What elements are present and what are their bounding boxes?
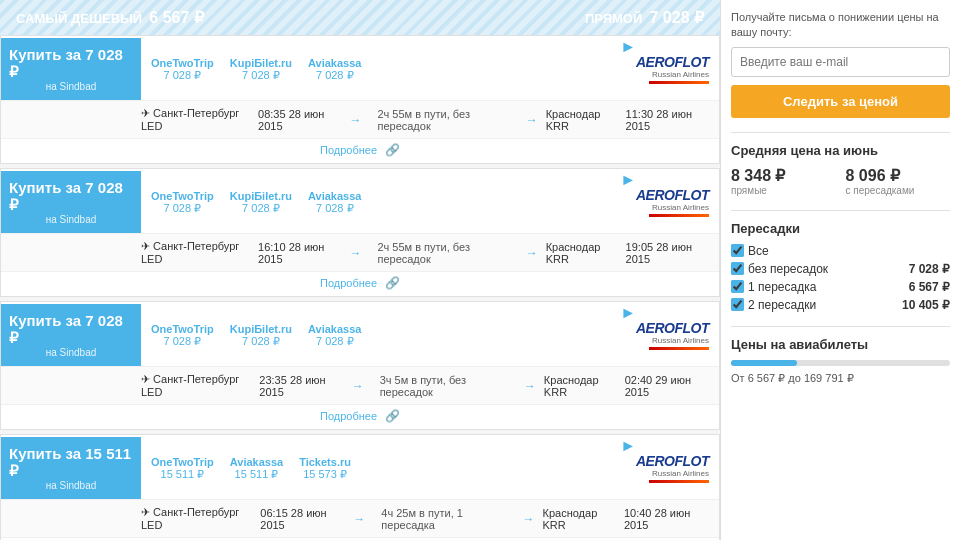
provider-price: 7 028 ₽ — [242, 202, 280, 215]
buy-button-0[interactable]: Купить за 7 028 ₽ на Sindbad — [1, 38, 141, 100]
to-time-2: 02:40 29 июн 2015 — [625, 374, 709, 398]
buy-button-3[interactable]: Купить за 15 511 ₽ на Sindbad — [1, 437, 141, 499]
provider-price: 7 028 ₽ — [316, 202, 354, 215]
checkbox-2-price: 10 405 ₽ — [902, 298, 950, 312]
buy-price-2: Купить за 7 028 ₽ — [9, 312, 133, 347]
details-link-2[interactable]: Подробнее — [320, 410, 377, 422]
buy-button-2[interactable]: Купить за 7 028 ₽ на Sindbad — [1, 304, 141, 366]
transfers-section: Пересадки Все без пересадок 7 028 ₽ 1 пе… — [731, 221, 950, 312]
aeroflot-logo-1: AEROFLOT Russian Airlines — [636, 187, 709, 217]
email-input[interactable] — [731, 47, 950, 77]
airline-logo-2: AEROFLOT Russian Airlines — [636, 304, 719, 366]
checkbox-none-item: без пересадок 7 028 ₽ — [731, 262, 950, 276]
buy-price-3: Купить за 15 511 ₽ — [9, 445, 133, 480]
details-row-2: Подробнее 🔗 — [1, 404, 719, 427]
provider-price: 7 028 ₽ — [164, 69, 202, 82]
buy-button-1[interactable]: Купить за 7 028 ₽ на Sindbad — [1, 171, 141, 233]
provider-item: OneTwoTrip 7 028 ₽ — [151, 57, 214, 82]
provider-price: 7 028 ₽ — [316, 335, 354, 348]
to-city-2: Краснодар KRR — [544, 374, 617, 398]
sindbad-label-0: на Sindbad — [46, 81, 97, 92]
provider-price: 15 511 ₽ — [235, 468, 279, 481]
to-city-3: Краснодар KRR — [543, 507, 616, 531]
checkbox-1[interactable] — [731, 280, 744, 293]
checkbox-all[interactable] — [731, 244, 744, 257]
details-row-0: Подробнее 🔗 — [1, 138, 719, 161]
from-city-3: ✈ Санкт-Петербург LED — [141, 506, 252, 531]
buy-price-1: Купить за 7 028 ₽ — [9, 179, 133, 214]
route-arrow-2: → — [352, 379, 364, 393]
arrow-icon-2: ► — [620, 304, 636, 366]
aeroflot-bar-3 — [649, 480, 709, 483]
route-arrow2-0: → — [526, 113, 538, 127]
provider-name: OneTwoTrip — [151, 323, 214, 335]
arrow-icon-1: ► — [620, 171, 636, 233]
flight-list: Купить за 7 028 ₽ на Sindbad OneTwoTrip … — [0, 35, 720, 540]
price-range-fill — [731, 360, 797, 366]
checkbox-all-label: Все — [748, 244, 769, 258]
provider-item: Aviakassa 15 511 ₽ — [230, 456, 283, 481]
price-range-section: Цены на авиабилеты От 6 567 ₽ до 169 791… — [731, 337, 950, 385]
airline-logo-3: AEROFLOT Russian Airlines — [636, 437, 719, 499]
providers-2: OneTwoTrip 7 028 ₽ KupiБilet.ru 7 028 ₽ … — [141, 304, 620, 366]
sidebar: Получайте письма о понижении цены на ваш… — [720, 0, 960, 540]
card-top-3: Купить за 15 511 ₽ на Sindbad OneTwoTrip… — [1, 437, 719, 499]
from-city-1: ✈ Санкт-Петербург LED — [141, 240, 250, 265]
checkbox-all-left: Все — [731, 244, 769, 258]
track-price-button[interactable]: Следить за ценой — [731, 85, 950, 118]
provider-name: Aviakassa — [308, 323, 361, 335]
from-city-2: ✈ Санкт-Петербург LED — [141, 373, 251, 398]
aeroflot-logo-2: AEROFLOT Russian Airlines — [636, 320, 709, 350]
sindbad-label-2: на Sindbad — [46, 347, 97, 358]
provider-item: OneTwoTrip 7 028 ₽ — [151, 323, 214, 348]
aeroflot-logo-0: AEROFLOT Russian Airlines — [636, 54, 709, 84]
route-row-1: ✈ Санкт-Петербург LED 16:10 28 июн 2015 … — [1, 233, 719, 271]
provider-name: OneTwoTrip — [151, 190, 214, 202]
divider-1 — [731, 132, 950, 133]
aeroflot-text-1: AEROFLOT — [636, 187, 709, 203]
checkbox-none[interactable] — [731, 262, 744, 275]
aeroflot-logo-3: AEROFLOT Russian Airlines — [636, 453, 709, 483]
checkbox-2-label: 2 пересадки — [748, 298, 816, 312]
checkbox-none-price: 7 028 ₽ — [909, 262, 950, 276]
duration-0: 2ч 55м в пути, без пересадок — [369, 108, 517, 132]
price-range-values: От 6 567 ₽ до 169 791 ₽ — [731, 372, 950, 385]
providers-3: OneTwoTrip 15 511 ₽ Aviakassa 15 511 ₽ T… — [141, 437, 620, 499]
airline-logo-0: AEROFLOT Russian Airlines — [636, 38, 719, 100]
aeroflot-sub-1: Russian Airlines — [652, 203, 709, 212]
details-row-1: Подробнее 🔗 — [1, 271, 719, 294]
aeroflot-sub-3: Russian Airlines — [652, 469, 709, 478]
provider-name: Aviakassa — [230, 456, 283, 468]
route-arrow2-1: → — [526, 246, 538, 260]
from-time-3: 06:15 28 июн 2015 — [260, 507, 345, 531]
to-city-0: Краснодар KRR — [546, 108, 618, 132]
route-row-0: ✈ Санкт-Петербург LED 08:35 28 июн 2015 … — [1, 100, 719, 138]
aeroflot-bar-1 — [649, 214, 709, 217]
to-time-3: 10:40 28 июн 2015 — [624, 507, 709, 531]
provider-price: 15 511 ₽ — [161, 468, 205, 481]
provider-item: Aviakassa 7 028 ₽ — [308, 190, 361, 215]
price-range-title: Цены на авиабилеты — [731, 337, 950, 352]
details-link-1[interactable]: Подробнее — [320, 277, 377, 289]
email-label: Получайте письма о понижении цены на ваш… — [731, 10, 950, 41]
provider-item: Aviakassa 7 028 ₽ — [308, 57, 361, 82]
avg-price-title: Средняя цена на июнь — [731, 143, 950, 158]
details-link-0[interactable]: Подробнее — [320, 144, 377, 156]
checkbox-all-item: Все — [731, 244, 950, 258]
provider-name: Tickets.ru — [299, 456, 351, 468]
direct-label: ПРЯМОЙ 7 028 ₽ — [585, 8, 704, 27]
provider-price: 7 028 ₽ — [164, 202, 202, 215]
provider-price: 7 028 ₽ — [316, 69, 354, 82]
provider-name: KupiБilet.ru — [230, 57, 292, 69]
route-arrow-1: → — [349, 246, 361, 260]
route-arrow-3: → — [353, 512, 365, 526]
avg-direct: 8 348 ₽ прямые — [731, 166, 836, 196]
checkbox-2[interactable] — [731, 298, 744, 311]
provider-name: Aviakassa — [308, 57, 361, 69]
provider-price: 7 028 ₽ — [242, 69, 280, 82]
from-city-0: ✈ Санкт-Петербург LED — [141, 107, 250, 132]
aeroflot-text-2: AEROFLOT — [636, 320, 709, 336]
cheapest-label: САМЫЙ ДЕШЕВЫЙ 6 567 ₽ — [16, 8, 204, 27]
price-range-bar[interactable] — [731, 360, 950, 366]
to-city-1: Краснодар KRR — [546, 241, 618, 265]
